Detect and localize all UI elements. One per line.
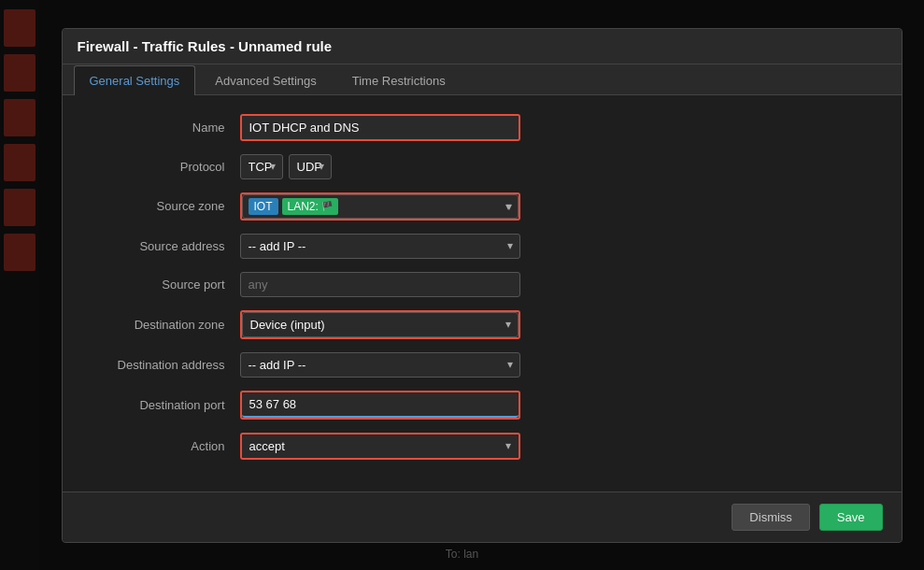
- save-button[interactable]: Save: [819, 504, 883, 531]
- dismiss-button[interactable]: Dismiss: [732, 504, 810, 531]
- tag-icon-flag: 🏴: [321, 201, 333, 211]
- source-zone-select-wrapper: IOT LAN2: 🏴 ▾: [242, 194, 519, 219]
- dest-address-select[interactable]: -- add IP --: [240, 352, 520, 378]
- source-zone-tag-lan2: LAN2: 🏴: [282, 198, 338, 215]
- protocol-tcp-select[interactable]: TCP UDP ANY: [240, 154, 283, 179]
- dest-zone-field: Device (input) lan wan: [240, 310, 520, 339]
- dest-port-label: Destination port: [91, 398, 240, 412]
- name-highlight-box: [240, 114, 520, 141]
- dest-port-highlight: [240, 391, 520, 420]
- action-highlight: accept reject drop: [240, 433, 520, 460]
- source-zone-tag-input[interactable]: IOT LAN2: 🏴 ▾: [242, 194, 519, 219]
- tab-advanced[interactable]: Advanced Settings: [199, 65, 332, 95]
- source-zone-chevron: ▾: [506, 200, 512, 213]
- dest-zone-highlight: Device (input) lan wan: [240, 310, 520, 339]
- action-select[interactable]: accept reject drop: [242, 435, 519, 458]
- source-address-select-wrapper: -- add IP --: [240, 234, 520, 259]
- dialog-body: Name Protocol TCP UDP ANY: [63, 95, 902, 492]
- name-row: Name: [91, 114, 874, 141]
- source-port-input[interactable]: [240, 272, 520, 297]
- source-address-row: Source address -- add IP --: [91, 234, 874, 259]
- source-address-field: -- add IP --: [240, 234, 520, 259]
- dest-zone-select-wrapper: Device (input) lan wan: [242, 312, 519, 337]
- dest-address-label: Destination address: [91, 358, 240, 372]
- source-port-row: Source port: [91, 272, 874, 297]
- dest-zone-select[interactable]: Device (input) lan wan: [242, 312, 519, 337]
- dest-zone-row: Destination zone Device (input) lan wan: [91, 310, 874, 339]
- action-select-wrapper: accept reject drop: [242, 435, 519, 458]
- dialog-title: Firewall - Traffic Rules - Unnamed rule: [63, 29, 902, 64]
- protocol-selects: TCP UDP ANY UDP TCP ANY: [240, 154, 332, 179]
- tab-general[interactable]: General Settings: [74, 65, 196, 95]
- source-address-label: Source address: [91, 239, 240, 253]
- protocol-udp-select[interactable]: UDP TCP ANY: [289, 154, 332, 179]
- dest-address-row: Destination address -- add IP --: [91, 352, 874, 378]
- tab-bar: General Settings Advanced Settings Time …: [63, 64, 902, 95]
- dest-port-field: [240, 391, 520, 420]
- name-field-wrapper: [240, 114, 520, 141]
- dest-zone-label: Destination zone: [91, 318, 240, 332]
- source-port-label: Source port: [91, 278, 240, 292]
- dialog-footer: Dismiss Save: [63, 492, 902, 542]
- action-row: Action accept reject drop: [91, 433, 874, 460]
- dialog: Firewall - Traffic Rules - Unnamed rule …: [62, 28, 903, 543]
- bottom-label: To: lan: [446, 548, 478, 561]
- dest-port-row: Destination port: [91, 391, 874, 420]
- dest-address-field: -- add IP --: [240, 352, 520, 378]
- source-zone-row: Source zone IOT LAN2: 🏴 ▾: [91, 192, 874, 221]
- source-zone-highlight: IOT LAN2: 🏴 ▾: [240, 192, 520, 221]
- source-address-select[interactable]: -- add IP --: [240, 234, 520, 259]
- dest-address-select-wrapper: -- add IP --: [240, 352, 520, 378]
- source-port-field: [240, 272, 520, 297]
- protocol-udp-wrapper: UDP TCP ANY: [289, 154, 332, 179]
- protocol-row: Protocol TCP UDP ANY UDP TCP ANY: [91, 154, 874, 179]
- name-input[interactable]: [242, 116, 519, 139]
- source-zone-tag-iot: IOT: [249, 198, 278, 215]
- name-label: Name: [91, 121, 240, 135]
- protocol-tcp-wrapper: TCP UDP ANY: [240, 154, 283, 179]
- source-zone-field: IOT LAN2: 🏴 ▾: [240, 192, 520, 221]
- protocol-label: Protocol: [91, 160, 240, 174]
- action-field: accept reject drop: [240, 433, 520, 460]
- tab-time-restrictions[interactable]: Time Restrictions: [336, 65, 462, 95]
- action-label: Action: [91, 439, 240, 453]
- source-zone-label: Source zone: [91, 199, 240, 213]
- dest-port-input[interactable]: [242, 392, 519, 418]
